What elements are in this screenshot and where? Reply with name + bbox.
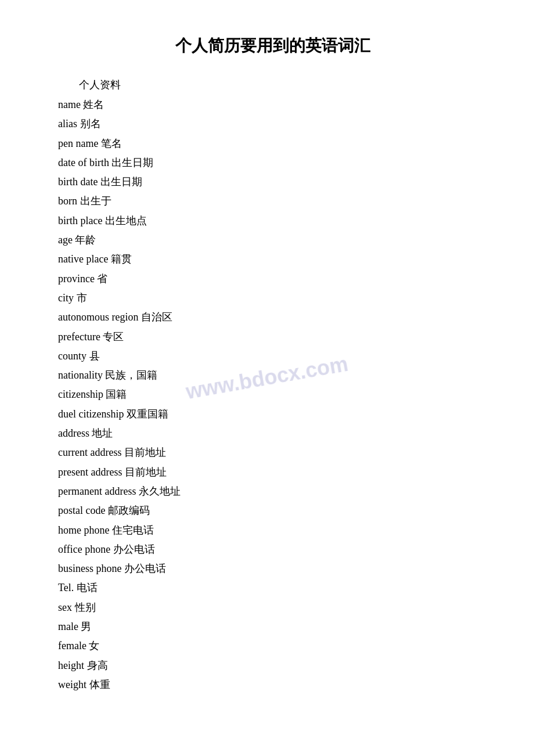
vocab-english: county [58,350,86,362]
vocab-english: alias [58,118,77,129]
vocab-item: citizenship 国籍 [58,385,488,404]
vocab-chinese: 电话 [74,582,98,593]
vocab-english: born [58,195,77,207]
vocab-chinese: 出生地点 [102,215,147,226]
vocab-chinese: 性别 [72,602,96,613]
vocab-item: autonomous region 自治区 [58,308,488,327]
vocab-english: postal code [58,505,105,516]
vocab-item: birth date 出生日期 [58,172,488,192]
vocab-chinese: 市 [74,292,87,304]
section-header: 个人资料 [58,78,488,92]
page-title: 个人简历要用到的英语词汇 [58,35,488,57]
vocab-item: date of birth 出生日期 [58,153,488,172]
vocab-chinese: 双重国籍 [124,408,168,420]
vocab-item: address 地址 [58,424,488,443]
vocab-item: home phone 住宅电话 [58,521,488,540]
vocab-english: birth place [58,215,102,226]
vocab-item: alias 别名 [58,114,488,134]
vocab-item: current address 目前地址 [58,443,488,462]
vocab-chinese: 办公电话 [110,543,155,555]
vocab-chinese: 省 [95,273,108,285]
vocab-item: province 省 [58,269,488,289]
vocab-item: sex 性别 [58,598,488,617]
vocab-chinese: 国籍 [103,388,127,400]
vocab-chinese: 女 [86,640,100,651]
vocab-english: birth date [58,176,98,188]
vocab-item: prefecture 专区 [58,327,488,347]
vocab-english: Tel. [58,582,74,593]
vocab-chinese: 别名 [77,118,101,129]
vocab-chinese: 体重 [86,679,110,690]
vocab-item: female 女 [58,636,488,656]
vocab-chinese: 年龄 [73,234,96,246]
vocab-english: height [58,660,84,671]
vocab-item: office phone 办公电话 [58,540,488,559]
vocab-chinese: 民族，国籍 [103,369,158,381]
vocab-english: female [58,640,86,651]
vocab-chinese: 籍贯 [108,253,132,265]
vocab-english: office phone [58,543,110,555]
vocab-english: pen name [58,138,98,149]
vocab-item: name 姓名 [58,95,488,114]
vocab-chinese: 住宅电话 [109,524,154,536]
vocab-chinese: 目前地址 [122,466,167,478]
vocab-item: age 年龄 [58,231,488,250]
vocab-item: native place 籍贯 [58,250,488,269]
vocab-english: date of birth [58,157,109,168]
vocab-english: address [58,427,89,439]
vocab-list: name 姓名alias 别名pen name 笔名date of birth … [58,95,488,694]
vocab-english: permanent address [58,485,136,497]
vocab-item: county 县 [58,347,488,366]
vocab-english: home phone [58,524,109,536]
vocab-english: duel citizenship [58,408,124,420]
vocab-chinese: 邮政编码 [105,505,150,516]
vocab-chinese: 县 [86,350,100,362]
vocab-english: business phone [58,563,122,574]
vocab-item: born 出生于 [58,192,488,211]
vocab-chinese: 办公电话 [122,563,167,574]
vocab-item: present address 目前地址 [58,463,488,482]
vocab-chinese: 专区 [100,331,124,343]
vocab-item: business phone 办公电话 [58,559,488,578]
vocab-item: Tel. 电话 [58,578,488,597]
vocab-item: male 男 [58,617,488,636]
vocab-chinese: 笔名 [98,138,122,149]
vocab-item: permanent address 永久地址 [58,482,488,501]
vocab-item: city 市 [58,289,488,308]
vocab-chinese: 男 [78,621,92,632]
vocab-english: native place [58,253,108,265]
vocab-chinese: 自治区 [138,311,172,323]
vocab-item: nationality 民族，国籍 [58,366,488,385]
vocab-english: current address [58,447,121,458]
vocab-english: prefecture [58,331,100,343]
vocab-english: province [58,273,95,285]
vocab-item: height 身高 [58,656,488,675]
vocab-item: duel citizenship 双重国籍 [58,405,488,424]
vocab-english: sex [58,602,72,613]
vocab-english: nationality [58,369,103,381]
vocab-chinese: 姓名 [81,99,104,110]
vocab-english: name [58,99,81,110]
vocab-item: postal code 邮政编码 [58,501,488,520]
vocab-english: autonomous region [58,311,138,323]
vocab-english: city [58,292,74,304]
vocab-english: male [58,621,78,632]
vocab-chinese: 身高 [84,660,108,671]
vocab-english: present address [58,466,122,478]
vocab-item: weight 体重 [58,675,488,694]
vocab-item: pen name 笔名 [58,134,488,153]
vocab-english: weight [58,679,86,690]
vocab-english: citizenship [58,388,103,400]
vocab-chinese: 永久地址 [136,485,181,497]
vocab-chinese: 出生日期 [109,157,154,168]
vocab-chinese: 出生日期 [98,176,142,188]
vocab-item: birth place 出生地点 [58,211,488,231]
vocab-chinese: 出生于 [77,195,111,207]
vocab-chinese: 目前地址 [121,447,166,458]
vocab-chinese: 地址 [89,427,113,439]
vocab-english: age [58,234,73,246]
